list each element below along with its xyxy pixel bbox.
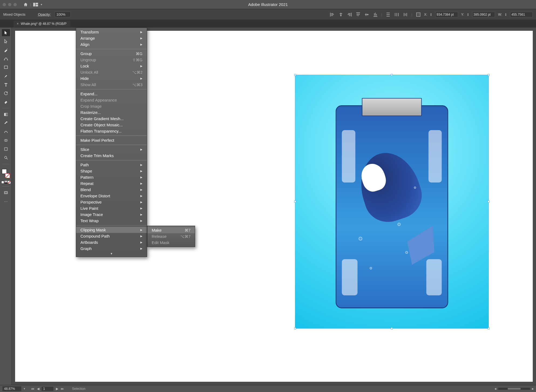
scroll-left-icon[interactable]: ◀ (494, 387, 496, 390)
menu-item[interactable]: Shape▶ (76, 168, 147, 174)
menu-item[interactable]: Align▶ (76, 41, 147, 48)
horizontal-scrollbar[interactable] (498, 387, 530, 390)
menu-item[interactable]: Lock▶ (76, 63, 147, 69)
menu-item[interactable]: Group⌘G (76, 50, 147, 57)
direct-selection-tool[interactable] (2, 38, 10, 45)
menu-item[interactable]: Graph▶ (76, 245, 147, 252)
rotate-tool[interactable] (2, 90, 10, 97)
menu-item[interactable]: Perspective▶ (76, 199, 147, 205)
menu-item[interactable]: Create Gradient Mesh... (76, 116, 147, 122)
selection-tool[interactable] (2, 29, 10, 36)
x-input[interactable]: 934.7384 pt (435, 12, 458, 17)
menu-item[interactable]: Expand... (76, 91, 147, 97)
menu-item[interactable]: Blend▶ (76, 187, 147, 193)
menu-item[interactable]: Artboards▶ (76, 239, 147, 245)
menu-item[interactable]: Hide▶ (76, 75, 147, 82)
menu-item[interactable]: Slice▶ (76, 146, 147, 153)
menu-item-label: Repeat (80, 181, 93, 186)
first-artboard-icon[interactable]: ⏮ (30, 387, 35, 391)
menu-item[interactable]: Path▶ (76, 162, 147, 168)
y-stepper[interactable]: ▴▾ (467, 13, 469, 16)
eraser-tool[interactable] (2, 98, 10, 105)
object-context-menu[interactable]: Transform▶Arrange▶Align▶Group⌘GUngroup⇧⌘… (76, 28, 147, 257)
color-mode-none-icon[interactable] (8, 181, 11, 184)
opacity-input[interactable]: 100% (55, 12, 71, 17)
menu-item[interactable]: Transform▶ (76, 29, 147, 35)
edit-toolbar-icon[interactable]: ⋯ (2, 198, 10, 205)
menu-item[interactable]: Pattern▶ (76, 174, 147, 180)
svg-rect-0 (33, 3, 35, 6)
gradient-tool[interactable] (2, 111, 10, 118)
curvature-tool[interactable] (2, 55, 10, 62)
next-artboard-icon[interactable]: ▶ (55, 387, 59, 391)
menu-item[interactable]: Image Trace▶ (76, 211, 147, 218)
distribute-h-icon[interactable] (394, 12, 399, 17)
close-icon[interactable]: × (17, 22, 19, 26)
artwork-whale-jar[interactable] (295, 75, 489, 329)
align-bottom-icon[interactable] (373, 12, 378, 17)
menu-item-label: Create Trim Marks (80, 153, 114, 158)
fill-stroke-swatches[interactable] (2, 169, 10, 178)
w-stepper[interactable]: ▴▾ (505, 13, 506, 16)
chevron-down-icon[interactable]: ▾ (24, 387, 25, 390)
rectangle-tool[interactable] (2, 64, 10, 71)
menu-item[interactable]: Text Wrap▶ (76, 218, 147, 224)
transform-reference-icon[interactable] (416, 12, 421, 17)
svg-rect-22 (5, 192, 7, 193)
submenu-item[interactable]: Make⌘7 (147, 227, 195, 233)
paintbrush-tool[interactable] (2, 72, 10, 79)
align-vcenter-icon[interactable] (364, 12, 369, 17)
color-mode-gradient-icon[interactable] (5, 181, 7, 184)
workspace-switcher-icon[interactable] (33, 3, 38, 6)
menu-item-label: Text Wrap (80, 218, 99, 223)
menu-item[interactable]: Make Pixel Perfect (76, 137, 147, 143)
menu-item[interactable]: Clipping Mask▶ (76, 227, 147, 233)
menu-item[interactable]: Live Paint▶ (76, 205, 147, 211)
y-input[interactable]: 385.0902 pt (472, 12, 495, 17)
window-minimize-icon[interactable] (8, 3, 11, 6)
zoom-input[interactable]: 48.87% (2, 386, 22, 391)
artboard-number-input[interactable]: 1 (41, 386, 54, 391)
menu-item-label: Graph (80, 246, 92, 251)
pen-tool[interactable] (2, 46, 10, 53)
stroke-swatch[interactable] (5, 173, 10, 178)
zoom-tool[interactable] (2, 154, 10, 161)
menu-item[interactable]: Compound Path▶ (76, 233, 147, 239)
svg-point-4 (417, 13, 417, 13)
align-top-icon[interactable] (355, 12, 361, 17)
w-input[interactable]: 455.7561 (510, 12, 533, 17)
type-tool[interactable] (2, 81, 10, 88)
menu-item[interactable]: Arrange▶ (76, 35, 147, 41)
menu-item[interactable]: Repeat▶ (76, 180, 147, 187)
menu-item[interactable]: Envelope Distort▶ (76, 193, 147, 199)
artboard-tool[interactable] (2, 146, 10, 153)
align-left-icon[interactable] (330, 12, 335, 17)
distribute-v-icon[interactable] (385, 12, 391, 17)
window-zoom-icon[interactable] (13, 3, 17, 6)
menu-item[interactable]: Create Trim Marks (76, 153, 147, 159)
x-stepper[interactable]: ▴▾ (430, 13, 432, 16)
align-right-icon[interactable] (347, 12, 352, 17)
menu-item[interactable]: Create Object Mosaic... (76, 122, 147, 128)
eyedropper-tool[interactable] (2, 120, 10, 127)
prev-artboard-icon[interactable]: ◀ (36, 387, 40, 391)
screen-mode-tool[interactable] (2, 189, 10, 196)
menu-item-label: Rasterize... (80, 110, 101, 115)
clipping-mask-submenu[interactable]: Make⌘7Release⌥⌘7Edit Mask (147, 226, 195, 247)
scroll-right-icon[interactable]: ▶ (532, 387, 534, 390)
last-artboard-icon[interactable]: ⏭ (60, 387, 65, 391)
shape-builder-tool[interactable] (2, 137, 10, 144)
color-mode-fill-icon[interactable] (1, 181, 4, 184)
distribute-spacing-icon[interactable] (403, 12, 408, 17)
opacity-label[interactable]: Opacity: (38, 12, 51, 16)
home-icon[interactable] (23, 2, 28, 7)
color-mode-swatches[interactable] (1, 181, 11, 184)
document-tab[interactable]: × Whale.png* @ 48.87 % (RGB/P (13, 21, 70, 27)
menu-item[interactable]: Rasterize... (76, 109, 147, 116)
blend-tool[interactable] (2, 128, 10, 135)
menu-item[interactable]: Flatten Transparency... (76, 128, 147, 134)
chevron-down-icon[interactable]: ▾ (41, 3, 42, 6)
window-close-icon[interactable] (3, 3, 6, 6)
align-hcenter-icon[interactable] (338, 12, 344, 17)
menu-overflow-down-icon[interactable]: ▼ (76, 252, 147, 256)
